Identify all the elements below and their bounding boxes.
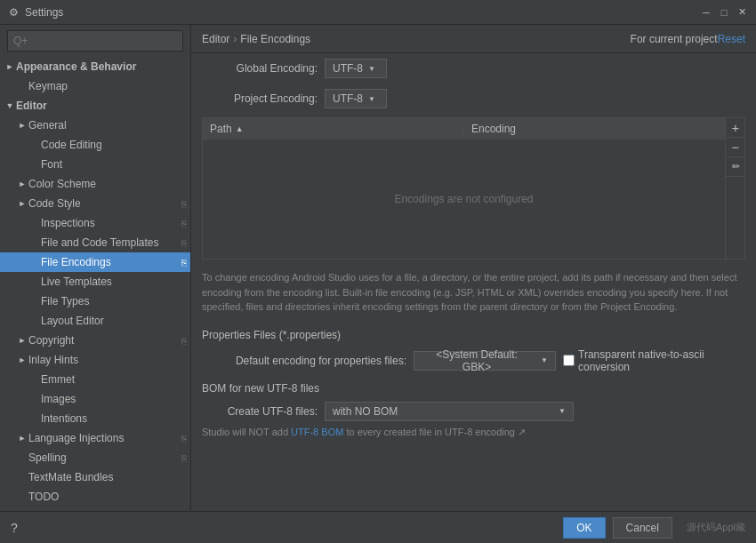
main-panel: Editor › File Encodings For current proj… — [191, 25, 756, 511]
expand-arrow — [16, 354, 28, 366]
expand-arrow — [16, 119, 28, 132]
cancel-button[interactable]: Cancel — [613, 517, 672, 539]
bom-note-pre: Studio will NOT add — [202, 427, 291, 437]
expand-arrow — [16, 432, 28, 444]
sidebar-item-label: File and Code Templates — [41, 236, 180, 249]
encoding-table-container: Path ▲ Encoding Encodings are not config… — [202, 117, 745, 260]
table-add-button[interactable]: + — [726, 118, 745, 138]
table-header: Path ▲ Encoding — [203, 118, 725, 140]
col-encoding-header: Encoding — [464, 123, 725, 135]
bom-link[interactable]: UTF-8 BOM — [291, 427, 343, 437]
sidebar-item-file-code-templates[interactable]: File and Code Templates ⎘ — [0, 233, 190, 252]
sidebar-item-label: General — [28, 119, 187, 132]
create-utf8-label: Create UTF-8 files: — [202, 405, 318, 418]
sidebar-item-label: File Types — [41, 295, 187, 307]
sidebar-item-appearance[interactable]: Appearance & Behavior — [0, 57, 190, 76]
bom-section-title: BOM for new UTF-8 files — [202, 382, 319, 395]
sidebar-item-intentions[interactable]: Intentions — [0, 409, 190, 428]
breadcrumb-page: File Encodings — [240, 33, 310, 45]
sidebar-item-language-injections[interactable]: Language Injections ⎘ — [0, 428, 190, 448]
sidebar-item-spelling[interactable]: Spelling ⎘ — [0, 448, 190, 467]
settings-window: ⚙ Settings ─ □ ✕ Appearance & Behavior — [0, 0, 756, 543]
transparent-label[interactable]: Transparent native-to-ascii conversion — [578, 348, 745, 373]
global-encoding-row: Global Encoding: UTF-8 — [191, 53, 756, 84]
sidebar-item-keymap[interactable]: Keymap — [0, 76, 190, 96]
table-edit-button[interactable]: ✏ — [726, 157, 745, 177]
breadcrumb: Editor › File Encodings — [202, 33, 620, 45]
footer: ? OK Cancel 源代码Appl藏 — [0, 511, 756, 543]
sidebar-item-label: Appearance & Behavior — [16, 60, 187, 73]
sidebar-item-label: Editor — [16, 100, 187, 112]
table-body: Encodings are not configured — [203, 140, 725, 259]
window-controls: ─ □ ✕ — [699, 5, 749, 20]
sidebar-item-font[interactable]: Font — [0, 155, 190, 174]
sidebar-item-color-scheme[interactable]: Color Scheme — [0, 174, 190, 194]
sidebar-tree: Appearance & Behavior Keymap Editor Gene… — [0, 57, 190, 511]
sidebar-item-textmate-bundles[interactable]: TextMate Bundles — [0, 467, 190, 487]
reset-link[interactable]: Reset — [718, 33, 745, 45]
ok-button[interactable]: OK — [563, 517, 605, 539]
transparent-checkbox-wrap: Transparent native-to-ascii conversion — [563, 348, 745, 373]
sidebar-item-copyright[interactable]: Copyright ⎘ — [0, 331, 190, 350]
title-bar: ⚙ Settings ─ □ ✕ — [0, 0, 756, 25]
sidebar-item-live-templates[interactable]: Live Templates — [0, 272, 190, 291]
sidebar-item-label: Intentions — [41, 412, 187, 425]
panel-header: Editor › File Encodings For current proj… — [191, 25, 756, 53]
bom-section: BOM for new UTF-8 files — [191, 377, 756, 398]
copy-icon: ⎘ — [181, 434, 187, 443]
table-inner: Path ▲ Encoding Encodings are not config… — [203, 118, 725, 259]
sidebar-item-label: Copyright — [28, 334, 180, 347]
for-project-link[interactable]: For current project — [631, 33, 718, 45]
breadcrumb-separator: › — [233, 33, 237, 45]
maximize-button[interactable]: □ — [717, 5, 731, 20]
expand-arrow — [4, 100, 16, 112]
sidebar-item-label: Layout Editor — [41, 315, 187, 327]
sidebar-item-general[interactable]: General — [0, 116, 190, 135]
copy-icon: ⎘ — [181, 258, 187, 268]
bom-note: Studio will NOT add UTF-8 BOM to every c… — [191, 425, 756, 445]
global-encoding-dropdown[interactable]: UTF-8 — [325, 59, 387, 78]
sidebar-item-label: Code Editing — [41, 139, 187, 151]
sidebar-item-file-encodings[interactable]: File Encodings ⎘ — [0, 252, 190, 272]
properties-encoding-row: Default encoding for properties files: <… — [191, 345, 756, 377]
copy-icon: ⎘ — [181, 453, 187, 463]
project-encoding-dropdown[interactable]: UTF-8 — [325, 89, 387, 108]
window-title: Settings — [25, 6, 699, 19]
sidebar-item-inspections[interactable]: Inspections ⎘ — [0, 213, 190, 233]
sidebar-item-label: Spelling — [28, 451, 180, 464]
copy-icon: ⎘ — [181, 238, 187, 248]
sidebar-item-label: Inlay Hints — [28, 354, 187, 366]
sidebar-item-editor[interactable]: Editor — [0, 96, 190, 116]
sidebar-item-emmet[interactable]: Emmet — [0, 370, 190, 389]
default-encoding-dropdown[interactable]: <System Default: GBK> — [414, 351, 556, 371]
sidebar: Appearance & Behavior Keymap Editor Gene… — [0, 25, 191, 511]
properties-section-title: Properties Files (*.properties) — [191, 322, 756, 345]
table-empty-message: Encodings are not configured — [203, 193, 725, 205]
main-content: Appearance & Behavior Keymap Editor Gene… — [0, 25, 756, 511]
sidebar-item-inlay-hints[interactable]: Inlay Hints — [0, 350, 190, 370]
sidebar-item-label: File Encodings — [41, 256, 180, 268]
sidebar-item-layout-editor[interactable]: Layout Editor — [0, 311, 190, 331]
transparent-checkbox[interactable] — [563, 355, 575, 366]
info-text: To change encoding Android Studio uses f… — [191, 263, 756, 322]
table-actions: + − ✏ — [725, 118, 744, 259]
minimize-button[interactable]: ─ — [699, 5, 713, 20]
sidebar-item-file-types[interactable]: File Types — [0, 291, 190, 311]
create-utf8-dropdown[interactable]: with NO BOM — [325, 402, 574, 421]
sidebar-item-images[interactable]: Images — [0, 389, 190, 409]
global-encoding-label: Global Encoding: — [202, 62, 318, 75]
expand-arrow — [16, 178, 28, 190]
breadcrumb-editor: Editor — [202, 33, 229, 45]
close-button[interactable]: ✕ — [735, 5, 749, 20]
search-input[interactable] — [7, 30, 183, 52]
project-encoding-label: Project Encoding: — [202, 92, 318, 105]
bom-row: Create UTF-8 files: with NO BOM — [191, 398, 756, 425]
sidebar-item-todo[interactable]: TODO — [0, 487, 190, 507]
help-button[interactable]: ? — [11, 521, 18, 535]
sidebar-item-code-style[interactable]: Code Style ⎘ — [0, 194, 190, 213]
sidebar-item-label: Code Style — [28, 197, 180, 210]
table-remove-button[interactable]: − — [726, 138, 745, 157]
copy-icon: ⎘ — [181, 219, 187, 228]
sidebar-item-label: Live Templates — [41, 275, 187, 288]
sidebar-item-code-editing[interactable]: Code Editing — [0, 135, 190, 155]
